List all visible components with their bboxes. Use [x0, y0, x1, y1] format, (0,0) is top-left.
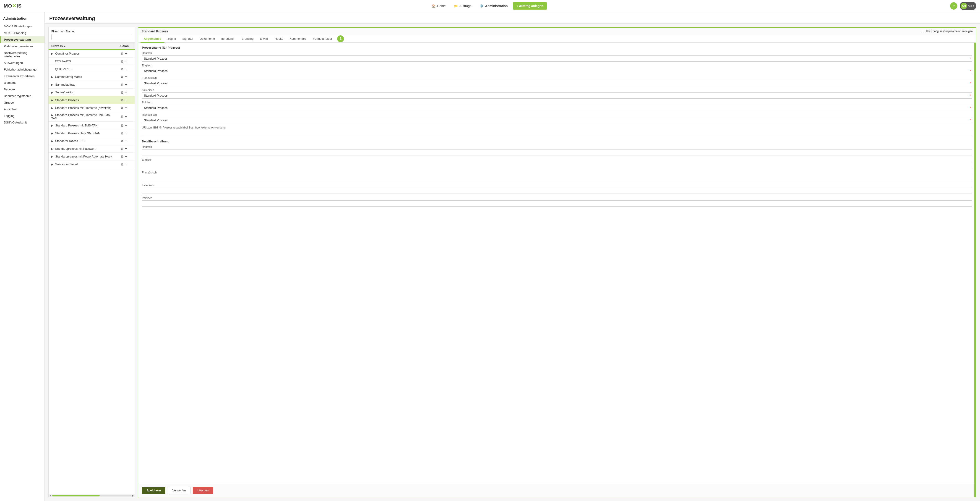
copy-icon[interactable]: ⧉	[121, 75, 123, 79]
process-row-swisscom-siegel[interactable]: ▶ Swisscom Siegel⧉+	[49, 160, 135, 168]
add-icon[interactable]: +	[125, 154, 127, 159]
nav-links: 🏠 Home 📁 Aufträge ⚙️ Administration + Au…	[31, 2, 945, 10]
add-icon[interactable]: +	[125, 51, 127, 56]
nav-orders[interactable]: 📁 Aufträge	[451, 3, 475, 10]
process-row-standard-prozess-ohne-sms[interactable]: ▶ Standard Prozess ohne SMS-TAN⧉+	[49, 129, 135, 137]
copy-icon[interactable]: ⧉	[121, 131, 123, 136]
sidebar-item-platzhalter-generieren[interactable]: Platzhalter generieren	[0, 43, 45, 49]
prozessname-input-polnisch[interactable]	[142, 105, 972, 111]
process-name-qsig-zertes: QSIG ZertES	[55, 67, 116, 71]
process-row-fes-zertes[interactable]: FES ZertES⧉+	[49, 57, 135, 65]
process-row-container[interactable]: ▶ Container Prozess⧉+	[49, 50, 135, 57]
scroll-right-btn[interactable]: ▶	[132, 495, 134, 497]
prozessname-input-tschechisch[interactable]	[142, 117, 972, 123]
help-button[interactable]: ?	[950, 2, 958, 10]
process-row-standard-prozess-bio-sms[interactable]: ▶ Standard Prozess mit Biometrie und SMS…	[49, 112, 135, 122]
sidebar-item-audit-trail[interactable]: Audit Trail	[0, 106, 45, 113]
copy-icon[interactable]: ⧉	[121, 90, 123, 94]
copy-icon[interactable]: ⧉	[121, 59, 123, 64]
add-icon[interactable]: +	[125, 74, 127, 79]
copy-icon[interactable]: ⧉	[121, 147, 123, 151]
sidebar-item-dsgvo-auskunft[interactable]: DSGVO Auskunft	[0, 119, 45, 126]
process-row-serienfunktion[interactable]: ▶ Serienfunktion⧉+	[49, 89, 135, 96]
add-icon[interactable]: +	[125, 139, 127, 144]
tab-email[interactable]: E-Mail	[257, 35, 272, 43]
tab-allgemeines[interactable]: Allgemeines	[140, 35, 164, 43]
expand-arrow-icon: ▶	[51, 75, 54, 78]
prozessname-input-italienisch[interactable]	[142, 93, 972, 99]
process-row-standard-prozess[interactable]: ▶ Standard Prozess⧉+	[49, 96, 135, 104]
copy-icon[interactable]: ⧉	[121, 51, 123, 56]
save-button[interactable]: Speichern	[142, 487, 165, 494]
scroll-left-btn[interactable]: ◀	[49, 495, 51, 497]
sidebar-item-benutzer[interactable]: Benutzer	[0, 86, 45, 93]
tab-signatur[interactable]: Signatur	[179, 35, 196, 43]
process-row-standard-prozess-bio[interactable]: ▶ Standard Prozess mit Biometrie (erweit…	[49, 104, 135, 112]
sidebar-item-logging[interactable]: Logging	[0, 113, 45, 119]
detail-input-franzoesisch[interactable]	[142, 175, 972, 181]
tab-dokumente[interactable]: Dokumente	[197, 35, 218, 43]
prozessname-input-deutsch[interactable]	[142, 56, 972, 62]
show-all-checkbox[interactable]	[921, 30, 924, 33]
process-row-standard-prozess-sms[interactable]: ▶ Standard Prozess mit SMS-TAN⧉+	[49, 122, 135, 129]
add-icon[interactable]: +	[125, 59, 127, 64]
delete-button[interactable]: Löschen	[193, 487, 213, 494]
home-icon: 🏠	[431, 4, 436, 8]
copy-icon[interactable]: ⧉	[121, 98, 123, 102]
sidebar-item-biometrie[interactable]: Biometrie	[0, 80, 45, 86]
add-icon[interactable]: +	[125, 90, 127, 95]
add-icon[interactable]: +	[125, 162, 127, 167]
expand-arrow-icon: ▶	[51, 83, 54, 86]
add-icon[interactable]: +	[125, 131, 127, 136]
detail-input-deutsch[interactable]	[142, 149, 972, 155]
detail-input-englisch[interactable]	[142, 162, 972, 168]
sidebar-item-moxis-einstellungen[interactable]: MOXIS Einstellungen	[0, 23, 45, 30]
add-icon[interactable]: +	[125, 123, 127, 128]
discard-button[interactable]: Verwerfen	[168, 487, 191, 494]
copy-icon[interactable]: ⧉	[121, 123, 123, 128]
add-icon[interactable]: +	[125, 105, 127, 110]
tab-formularfelder[interactable]: Formularfelder	[310, 35, 336, 43]
process-row-sammelauftrag[interactable]: ▶ Sammelauftrag⧉+	[49, 81, 135, 89]
copy-icon[interactable]: ⧉	[121, 67, 123, 71]
add-icon[interactable]: +	[125, 114, 127, 119]
sidebar-item-benutzer-registrieren[interactable]: Benutzer registrieren	[0, 93, 45, 99]
copy-icon[interactable]: ⧉	[121, 115, 123, 119]
sidebar-item-nachverarbeitung-wiederholen[interactable]: Nachverarbeitung wiederholen	[0, 49, 45, 59]
process-row-sammauftrag-marco[interactable]: ▶ Sammauftrag Marco⧉+	[49, 73, 135, 81]
sidebar-item-gruppe[interactable]: Gruppe	[0, 99, 45, 106]
sidebar-item-lizenzdatei-exportieren[interactable]: Lizenzdatei exportieren	[0, 73, 45, 80]
sidebar-item-auswertungen[interactable]: Auswertungen	[0, 59, 45, 66]
sidebar-item-moxis-branding[interactable]: MOXIS Branding	[0, 30, 45, 36]
tab-branding[interactable]: Branding	[239, 35, 257, 43]
tab-iterationen[interactable]: Iterationen	[218, 35, 239, 43]
copy-icon[interactable]: ⧉	[121, 83, 123, 87]
detail-input-italienisch[interactable]	[142, 188, 972, 194]
add-icon[interactable]: +	[125, 146, 127, 151]
process-row-standard-passwort[interactable]: ▶ Standardprozess mit Passwort⧉+	[49, 145, 135, 153]
prozessname-input-franzoesisch[interactable]	[142, 80, 972, 86]
tab-hooks[interactable]: Hooks	[272, 35, 286, 43]
new-order-button[interactable]: + Auftrag anlegen	[513, 2, 547, 10]
detail-input-polnisch[interactable]	[142, 200, 972, 207]
process-row-qsig-zertes[interactable]: QSIG ZertES⧉+	[49, 65, 135, 73]
process-row-standard-prozess-fes[interactable]: ▶ StandardProzess FES⧉+	[49, 137, 135, 145]
user-menu[interactable]: AH AH ▾	[960, 2, 976, 10]
process-row-standard-powerautomate[interactable]: ▶ Standardprozess mit PowerAutomate Hook…	[49, 153, 135, 160]
sidebar-item-fehlerbenachrichtigungen[interactable]: Fehlerbenachrichtigungen	[0, 66, 45, 73]
nav-home[interactable]: 🏠 Home	[428, 3, 449, 10]
tab-zugriff[interactable]: Zugriff	[164, 35, 179, 43]
add-icon[interactable]: +	[125, 98, 127, 102]
copy-icon[interactable]: ⧉	[121, 106, 123, 110]
filter-input[interactable]	[51, 34, 132, 40]
add-icon[interactable]: +	[125, 82, 127, 87]
prozessname-input-englisch[interactable]	[142, 68, 972, 74]
tab-kommentare[interactable]: Kommentare	[286, 35, 310, 43]
copy-icon[interactable]: ⧉	[121, 139, 123, 143]
copy-icon[interactable]: ⧉	[121, 162, 123, 166]
copy-icon[interactable]: ⧉	[121, 155, 123, 159]
nav-admin[interactable]: ⚙️ Administration	[477, 3, 511, 10]
uri-input[interactable]	[142, 130, 972, 136]
sidebar-item-prozessverwaltung[interactable]: Prozessverwaltung	[0, 36, 45, 43]
add-icon[interactable]: +	[125, 67, 127, 72]
